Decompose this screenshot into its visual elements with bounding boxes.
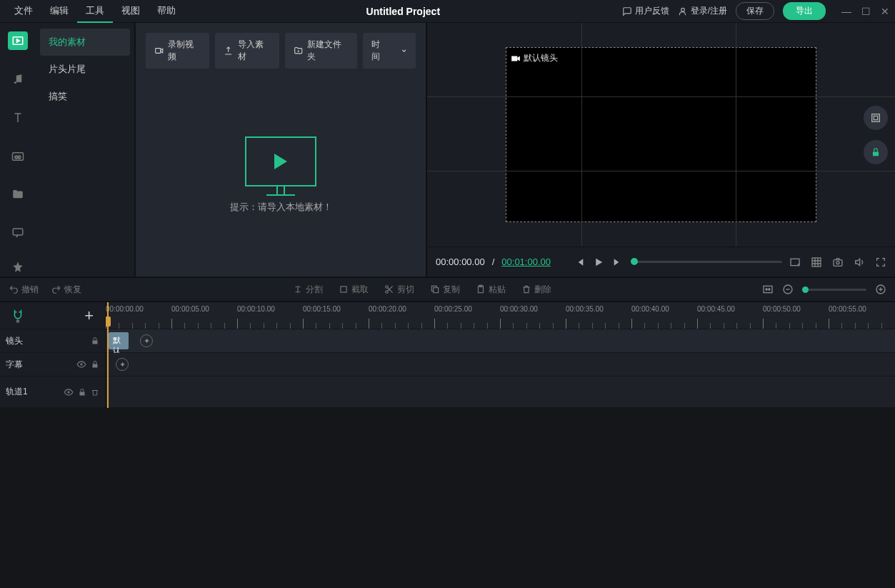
preview-canvas[interactable]: 默认镜头: [506, 47, 816, 222]
lock-small-icon[interactable]: [91, 360, 99, 369]
ruler-label: 00:00:20.00: [369, 305, 406, 313]
crop-button[interactable]: 截取: [339, 284, 369, 296]
rail-comment-icon[interactable]: [8, 224, 28, 242]
zoom-out-button[interactable]: [782, 284, 794, 295]
maximize-button[interactable]: ☐: [861, 6, 871, 17]
magnet-icon: [11, 308, 24, 324]
project-title: Untitled Project: [184, 6, 622, 17]
grid-button[interactable]: [811, 256, 822, 268]
time-current: 00:00:00.00: [436, 256, 485, 267]
svg-point-27: [81, 364, 82, 365]
add-keyframe-button[interactable]: ✦: [140, 334, 153, 347]
timeline-lanes[interactable]: 00:00:00.0000:00:05.0000:00:10.0000:00:1…: [106, 302, 895, 408]
lock-icon: [871, 147, 881, 157]
rail-text-icon[interactable]: [8, 109, 28, 127]
category-intro-outro[interactable]: 片头片尾: [40, 56, 130, 83]
playhead[interactable]: [107, 302, 109, 408]
track-head-track1[interactable]: 轨道1: [0, 377, 105, 408]
copy-button[interactable]: 复制: [430, 284, 460, 296]
preview-lock-button[interactable]: [864, 140, 888, 164]
menu-view[interactable]: 视图: [113, 0, 149, 23]
prev-frame-button[interactable]: [574, 256, 585, 268]
add-keyframe-button[interactable]: ✦: [116, 358, 129, 371]
trash-small-icon[interactable]: [91, 388, 99, 397]
progress-bar[interactable]: [631, 261, 782, 263]
svg-rect-16: [340, 286, 346, 292]
svg-rect-9: [872, 114, 880, 121]
user-icon: [678, 6, 688, 16]
camera-small-icon: [511, 55, 521, 62]
redo-icon: [51, 284, 61, 294]
edit-toolbar: 撤销 恢复 分割 截取 剪切 复制 粘贴 删除: [0, 276, 895, 302]
magnet-tool-button[interactable]: [11, 308, 24, 324]
preview-shot-label: 默认镜头: [511, 52, 558, 64]
next-frame-button[interactable]: [612, 256, 624, 268]
menu-help[interactable]: 帮助: [149, 0, 184, 23]
time-total[interactable]: 00:01:00.00: [501, 256, 551, 267]
rail-folder-icon[interactable]: [8, 185, 28, 204]
rail-star-icon[interactable]: [8, 258, 28, 276]
fit-width-button[interactable]: [762, 284, 774, 294]
login-link[interactable]: 登录/注册: [678, 5, 727, 17]
redo-button[interactable]: 恢复: [51, 284, 81, 296]
ruler-label: 00:00:15.00: [303, 305, 341, 313]
copy-icon: [430, 284, 440, 294]
preview-fit-button[interactable]: [864, 106, 888, 130]
play-button[interactable]: [592, 256, 605, 269]
lock-small-icon[interactable]: [91, 337, 99, 345]
svg-rect-28: [93, 364, 98, 368]
fullscreen-button[interactable]: [875, 256, 886, 268]
new-folder-button[interactable]: 新建文件夹: [285, 33, 357, 69]
minimize-button[interactable]: —: [841, 6, 851, 17]
lane-track1[interactable]: [106, 377, 895, 408]
svg-rect-10: [874, 116, 877, 119]
rail-music-icon[interactable]: [8, 70, 28, 89]
add-track-button[interactable]: +: [84, 307, 94, 325]
eye-icon[interactable]: [76, 360, 86, 369]
track-head-subtitle[interactable]: 字幕: [0, 353, 105, 377]
rail-media-icon[interactable]: [8, 31, 28, 50]
rail-caption-icon[interactable]: CC: [8, 147, 28, 166]
volume-button[interactable]: [854, 256, 865, 268]
import-button[interactable]: 导入素材: [215, 33, 279, 69]
save-button[interactable]: 保存: [736, 2, 774, 20]
lane-subtitle[interactable]: ✦: [106, 353, 895, 377]
category-my-materials[interactable]: 我的素材: [40, 29, 130, 56]
track-head-shot[interactable]: 镜头: [0, 329, 105, 353]
eye-icon[interactable]: [64, 388, 74, 397]
close-button[interactable]: ✕: [881, 6, 889, 17]
delete-button[interactable]: 删除: [521, 284, 551, 296]
screenshot-button[interactable]: [789, 256, 801, 268]
ruler-label: 00:00:35.00: [566, 305, 604, 313]
menu-tools[interactable]: 工具: [77, 0, 113, 23]
snapshot-button[interactable]: [832, 256, 844, 268]
clip-default[interactable]: 默认: [109, 332, 129, 349]
svg-rect-11: [873, 151, 879, 156]
svg-point-15: [836, 261, 839, 264]
monitor-icon: [245, 136, 316, 186]
playback-bar: 00:00:00.00 / 00:01:00.00: [427, 246, 895, 276]
zoom-slider[interactable]: [802, 289, 866, 291]
ruler-label: 00:00:10.00: [237, 305, 275, 313]
paste-button[interactable]: 粘贴: [476, 284, 506, 296]
zoom-in-button[interactable]: [875, 284, 886, 295]
sort-select[interactable]: 时间: [363, 33, 416, 69]
timeline-empty-area: [0, 408, 895, 588]
svg-point-3: [19, 80, 21, 82]
feedback-link[interactable]: 用户反馈: [622, 5, 669, 17]
time-ruler[interactable]: 00:00:00.0000:00:05.0000:00:10.0000:00:1…: [106, 302, 895, 329]
trash-icon: [521, 284, 531, 294]
fit-icon: [870, 112, 881, 124]
svg-point-17: [385, 286, 388, 289]
split-button[interactable]: 分割: [293, 284, 323, 296]
svg-rect-14: [834, 259, 842, 266]
undo-button[interactable]: 撤销: [9, 284, 39, 296]
menu-edit[interactable]: 编辑: [41, 0, 77, 23]
record-video-button[interactable]: 录制视频: [146, 33, 209, 69]
category-funny[interactable]: 搞笑: [40, 83, 130, 110]
lane-shot[interactable]: 默认 ✦: [106, 329, 895, 353]
lock-small-icon[interactable]: [78, 388, 86, 397]
export-button[interactable]: 导出: [783, 2, 826, 20]
cut-button[interactable]: 剪切: [384, 284, 414, 296]
menu-file[interactable]: 文件: [6, 0, 41, 23]
